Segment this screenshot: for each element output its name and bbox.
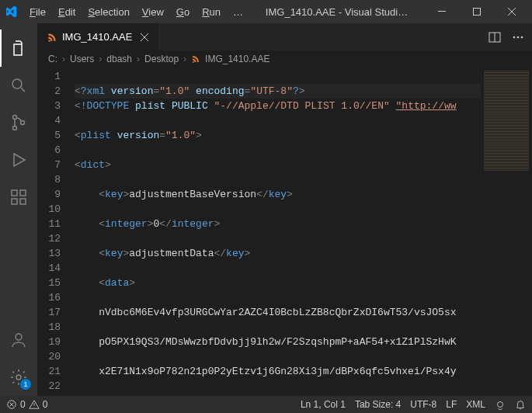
svg-rect-8 xyxy=(20,199,26,204)
activity-bar: 1 xyxy=(0,23,37,396)
activity-explorer[interactable] xyxy=(0,30,37,67)
activity-run-debug[interactable] xyxy=(0,141,37,179)
activity-settings[interactable]: 1 xyxy=(0,359,37,396)
tab-bar: IMG_1410.AAE xyxy=(37,23,532,50)
status-problems[interactable]: 0 0 xyxy=(6,399,47,410)
maximize-button[interactable] xyxy=(459,0,494,23)
menu-view[interactable]: View xyxy=(136,3,170,21)
breadcrumb-seg[interactable]: dbash xyxy=(106,54,132,64)
status-tab-size[interactable]: Tab Size: 4 xyxy=(355,399,401,410)
menu-go[interactable]: Go xyxy=(170,3,196,21)
svg-rect-1 xyxy=(473,9,480,16)
status-cursor[interactable]: Ln 1, Col 1 xyxy=(301,399,346,410)
menu-run[interactable]: Run xyxy=(196,3,227,21)
breadcrumb-seg[interactable]: C: xyxy=(48,54,57,64)
breadcrumb-seg[interactable]: IMG_1410.AAE xyxy=(205,54,269,64)
svg-point-5 xyxy=(21,121,25,125)
svg-point-15 xyxy=(521,36,523,38)
menu-selection[interactable]: Selection xyxy=(82,3,135,21)
svg-rect-9 xyxy=(20,190,26,196)
svg-point-2 xyxy=(12,79,22,88)
code-content[interactable]: <?xml version="1.0" encoding="UTF-8"?> <… xyxy=(75,68,532,396)
close-button[interactable] xyxy=(494,0,529,23)
vscode-logo xyxy=(3,5,19,18)
tab-file[interactable]: IMG_1410.AAE xyxy=(37,23,158,50)
menu-file[interactable]: File xyxy=(23,3,52,21)
titlebar: File Edit Selection View Go Run … IMG_14… xyxy=(0,0,532,23)
svg-point-14 xyxy=(517,36,520,38)
menu-bar: File Edit Selection View Go Run … xyxy=(23,3,249,21)
menu-edit[interactable]: Edit xyxy=(52,3,82,21)
svg-rect-6 xyxy=(12,190,17,196)
status-lang[interactable]: XML xyxy=(466,399,485,410)
svg-point-11 xyxy=(16,375,21,380)
window-title: IMG_1410.AAE - Visual Studi… xyxy=(249,6,424,18)
settings-badge: 1 xyxy=(20,379,31,390)
breadcrumb-seg[interactable]: Users xyxy=(70,54,94,64)
svg-point-4 xyxy=(13,127,17,130)
status-bell-icon[interactable] xyxy=(515,399,526,410)
svg-rect-7 xyxy=(12,199,17,204)
svg-point-3 xyxy=(13,116,17,120)
status-eol[interactable]: LF xyxy=(446,399,457,410)
svg-point-10 xyxy=(16,334,22,340)
gutter: 12345678910111213141516171819202122 xyxy=(37,68,75,396)
editor[interactable]: 12345678910111213141516171819202122 <?xm… xyxy=(37,68,532,396)
split-editor-icon[interactable] xyxy=(489,31,501,43)
status-bar: 0 0 Ln 1, Col 1 Tab Size: 4 UTF-8 LF XML xyxy=(0,396,532,413)
minimap[interactable] xyxy=(481,68,532,396)
svg-point-13 xyxy=(513,36,516,38)
tab-close-icon[interactable] xyxy=(140,33,149,42)
status-encoding[interactable]: UTF-8 xyxy=(410,399,436,410)
tab-label: IMG_1410.AAE xyxy=(62,31,132,43)
rss-icon xyxy=(191,54,200,64)
activity-accounts[interactable] xyxy=(0,321,37,359)
breadcrumb-seg[interactable]: Desktop xyxy=(144,54,179,64)
rss-icon xyxy=(47,32,57,43)
svg-rect-0 xyxy=(438,11,446,12)
more-actions-icon[interactable] xyxy=(512,31,524,43)
svg-point-17 xyxy=(498,402,503,408)
menu-overflow[interactable]: … xyxy=(227,3,249,21)
breadcrumb[interactable]: C:› Users› dbash› Desktop› IMG_1410.AAE xyxy=(37,50,532,68)
status-feedback-icon[interactable] xyxy=(495,399,506,410)
activity-extensions[interactable] xyxy=(0,179,37,216)
activity-search[interactable] xyxy=(0,67,37,104)
activity-source-control[interactable] xyxy=(0,104,37,141)
minimize-button[interactable] xyxy=(424,0,459,23)
